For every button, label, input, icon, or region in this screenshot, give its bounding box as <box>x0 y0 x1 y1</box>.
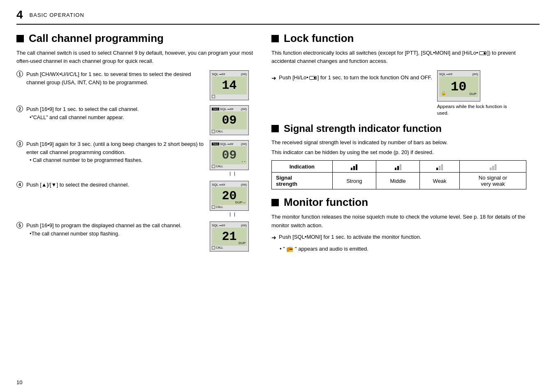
step-4-device: SQL ••## (##) 20 DUP— CALL || <box>210 181 255 217</box>
step-1-num: 1 <box>16 71 23 77</box>
step-2-num: 2 <box>16 106 23 112</box>
signal-section: Signal strength indicator function The r… <box>271 123 526 189</box>
signal-intro2: This indicator can be hidden by using th… <box>271 148 526 157</box>
step2-box <box>212 130 215 133</box>
step-1-row: 1 Push [CH/WX•U/I/C/L] for 1 sec. to sev… <box>16 70 255 100</box>
step1-box <box>212 95 215 98</box>
step3-lines: || <box>210 171 255 176</box>
signal-col-strong <box>332 161 376 173</box>
arrow-symbol: ➜ <box>271 74 276 83</box>
monitor-sub1: • " 📻 " appears and audio is emitted. <box>271 245 526 252</box>
step-3-device: TAG SQL ••## (##) 09 - - CALL <box>210 140 255 176</box>
step3-indicator: (##) <box>241 142 247 146</box>
step-2-content: Push [16•9] for 1 sec. to select the cal… <box>26 105 139 120</box>
step-2-device: TAG SQL ••## (##) 09 CALL <box>210 105 255 135</box>
monitor-title: Monitor function <box>271 196 526 209</box>
step4-indicator: (##) <box>241 183 247 187</box>
step1-indicator: (##) <box>241 72 247 76</box>
lock-arrow-row: ➜ Push [Hi/Lo•] for 1 sec. to turn the l… <box>271 70 526 116</box>
call-channel-intro: The call channel switch is used to selec… <box>16 49 255 65</box>
lock-arrow-text: ➜ Push [Hi/Lo•] for 1 sec. to turn the l… <box>271 70 432 86</box>
step4-box <box>212 205 215 209</box>
step-4-text: 4 Push [▲]/[▼] to select the desired cha… <box>16 181 210 189</box>
call-channel-title: Call channel programming <box>16 32 255 45</box>
step-2-row: 2 Push [16•9] for 1 sec. to select the c… <box>16 105 255 135</box>
step3-lcd: 09 <box>222 148 236 162</box>
monitor-intro: The monitor function releases the noise … <box>271 213 526 229</box>
step3-dashes: - - <box>242 159 246 164</box>
step-1-content: Push [CH/WX•U/I/C/L] for 1 sec. to sever… <box>26 70 210 86</box>
step-5-content: Push [16•9] to program the displayed cha… <box>26 221 181 237</box>
lock-sql: SQL ••## <box>439 72 452 76</box>
lock-title: Lock function <box>271 32 526 45</box>
lock-caption: Appears while the lock function is used. <box>437 103 511 116</box>
lock-section: Lock function This function electronical… <box>271 32 526 116</box>
header-title: BASIC OPERATION <box>30 12 84 18</box>
monitor-section: Monitor function The monitor function re… <box>271 196 526 251</box>
step4-dup: DUP— <box>235 201 246 204</box>
step-1-device: SQL ••## (##) 14 <box>210 70 255 100</box>
page: 4 BASIC OPERATION Call channel programmi… <box>0 0 556 392</box>
step2-tag-sql: TAG SQL ••## <box>212 107 234 111</box>
step-5-device: SQL ••## (##) 21 DUP CALL <box>210 221 255 251</box>
step2-call: CALL <box>216 130 223 133</box>
step4-call: CALL <box>216 205 223 209</box>
step-2-text: 2 Push [16•9] for 1 sec. to select the c… <box>16 105 210 120</box>
signal-col-middle <box>376 161 419 173</box>
step-3-row: 3 Push [16•9] again for 3 sec. (until a … <box>16 140 255 176</box>
signal-col-weak <box>420 161 460 173</box>
step-3-text: 3 Push [16•9] again for 3 sec. (until a … <box>16 140 210 163</box>
step4-lines: || <box>210 212 255 217</box>
lock-indicator: (##) <box>472 72 478 76</box>
signal-col-nosignal <box>460 161 526 173</box>
monitor-black-square <box>271 199 279 206</box>
signal-weak-val: Weak <box>420 173 460 189</box>
header-number: 4 <box>16 8 23 21</box>
lock-device-container: SQL ••## (##) 10 🔒 DUP Appears while the… <box>437 70 511 116</box>
monitor-arrow-icon: ➜ <box>271 233 276 242</box>
step5-call: CALL <box>216 246 223 249</box>
step2-lcd: 09 <box>222 113 236 127</box>
step-5-text: 5 Push [16•9] to program the displayed c… <box>16 221 210 237</box>
signal-title: Signal strength indicator function <box>271 123 526 134</box>
right-column: Lock function This function electronical… <box>271 32 526 256</box>
step5-dup: DUP <box>239 241 246 245</box>
step-1-text: 1 Push [CH/WX•U/I/C/L] for 1 sec. to sev… <box>16 70 210 86</box>
signal-col-indication: Indication <box>272 161 333 173</box>
two-column-layout: Call channel programming The call channe… <box>16 32 540 256</box>
step-4-num: 4 <box>16 181 23 188</box>
signal-nosignal-val: No signal orvery weak <box>460 173 526 189</box>
step4-lcd: 20 <box>222 189 236 203</box>
lock-padlock-icon: 🔒 <box>441 90 447 96</box>
step5-sql: SQL ••## <box>212 224 225 227</box>
monitor-arrow1: ➜ Push [SQL•MONI] for 1 sec. to activate… <box>271 233 526 242</box>
step3-call: CALL <box>216 165 223 168</box>
step-5-num: 5 <box>16 222 23 228</box>
signal-table: Indication <box>271 160 526 189</box>
step5-box <box>212 246 215 249</box>
step1-sql-label: SQL ••## <box>212 72 225 76</box>
monitor-arrow1-text: Push [SQL•MONI] for 1 sec. to activate t… <box>279 233 421 241</box>
step1-lcd: 14 <box>222 78 236 92</box>
lock-intro: This function electronically locks all s… <box>271 49 526 65</box>
signal-strong-val: Strong <box>332 173 376 189</box>
step-3-content: Push [16•9] again for 3 sec. (until a lo… <box>26 140 210 163</box>
black-square-icon <box>16 35 24 42</box>
step3-tag-sql: TAG SQL ••## <box>212 142 234 146</box>
signal-black-square <box>271 125 279 132</box>
step-4-row: 4 Push [▲]/[▼] to select the desired cha… <box>16 181 255 217</box>
step-4-content: Push [▲]/[▼] to select the desired chann… <box>26 181 129 189</box>
signal-strength-label: Signalstrength <box>272 173 333 189</box>
page-number: 10 <box>16 379 22 385</box>
step3-box <box>212 165 215 168</box>
step5-indicator: (##) <box>241 224 247 227</box>
header-bar: 4 BASIC OPERATION <box>16 8 540 25</box>
step5-lcd: 21 <box>222 230 236 244</box>
left-column: Call channel programming The call channe… <box>16 32 255 256</box>
step-3-num: 3 <box>16 141 23 147</box>
lock-dup-label: DUP <box>470 92 477 96</box>
step4-sql: SQL ••## <box>212 183 225 187</box>
step2-indicator: (##) <box>241 107 247 111</box>
signal-intro1: The received signal strength level is in… <box>271 138 526 147</box>
lock-black-square <box>271 35 279 42</box>
